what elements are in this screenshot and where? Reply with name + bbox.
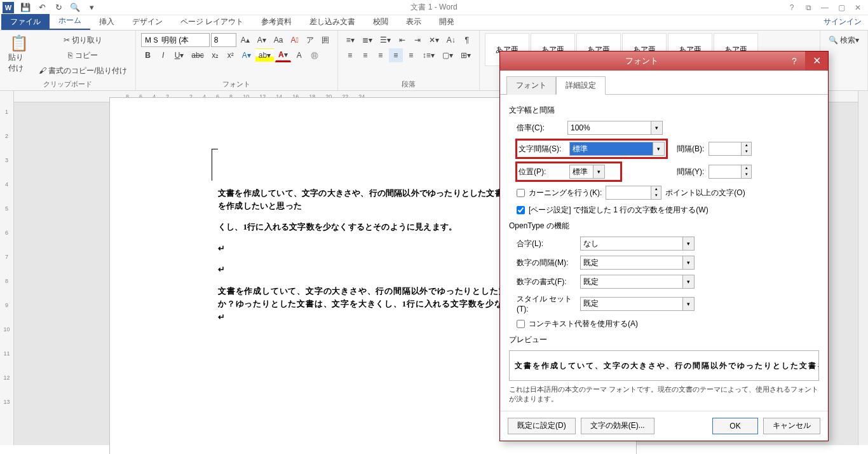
- tab-home[interactable]: ホーム: [50, 13, 90, 30]
- align-right-button[interactable]: ≡: [374, 48, 388, 62]
- tab-mailings[interactable]: 差し込み文書: [301, 14, 364, 30]
- styleset-select[interactable]: 既定▾: [580, 297, 695, 311]
- paragraph-mark: ↵: [218, 263, 510, 276]
- spacing-select[interactable]: 標準▾: [569, 142, 665, 156]
- justify-button[interactable]: ≡: [389, 48, 403, 62]
- tab-references[interactable]: 参考資料: [252, 14, 301, 30]
- dialog-help-icon[interactable]: ?: [783, 56, 805, 66]
- scale-label: 倍率(C):: [517, 123, 567, 134]
- position-select[interactable]: 標準▾: [569, 165, 605, 179]
- section-spacing-label: 文字幅と間隔: [509, 105, 819, 116]
- ribbon-tabs: ファイル ホーム 挿入 デザイン ページ レイアウト 参考資料 差し込み文書 校…: [0, 15, 868, 31]
- chevron-down-icon: ▾: [651, 121, 662, 134]
- preview-box: 文書を作成していて、文字の大きさや、行の間隔以外でゆったりとした文書を作成: [509, 350, 819, 381]
- scale-select[interactable]: 100%▾: [567, 121, 663, 135]
- ligatures-select[interactable]: なし▾: [580, 237, 695, 251]
- cancel-button[interactable]: キャンセル: [763, 418, 820, 434]
- position-label: 位置(P):: [519, 167, 569, 177]
- customize-qat-icon[interactable]: ▾: [84, 1, 99, 14]
- font-color-button[interactable]: A▾: [275, 48, 291, 62]
- show-hide-button[interactable]: ¶: [460, 33, 474, 47]
- copy-button[interactable]: ⎘ コピー: [36, 48, 130, 62]
- spacing-by-label: 間隔(B):: [677, 144, 709, 155]
- tab-page-layout[interactable]: ページ レイアウト: [172, 14, 252, 30]
- tab-view[interactable]: 表示: [397, 14, 430, 30]
- borders-button[interactable]: ⊞▾: [458, 48, 474, 62]
- dialog-tab-font[interactable]: フォント: [506, 76, 556, 95]
- clear-formatting-button[interactable]: A⃠: [287, 33, 301, 47]
- contextual-alt-checkbox[interactable]: [517, 320, 525, 328]
- bold-button[interactable]: B: [141, 48, 155, 62]
- maximize-icon[interactable]: ▢: [834, 3, 849, 12]
- dialog-titlebar[interactable]: フォント ? ✕: [500, 52, 828, 71]
- grow-font-button[interactable]: A▴: [238, 33, 253, 47]
- tab-file[interactable]: ファイル: [1, 14, 50, 30]
- help-icon[interactable]: ?: [784, 3, 799, 12]
- grid-checkbox[interactable]: [517, 206, 525, 214]
- vertical-scrollbar[interactable]: [858, 91, 868, 445]
- save-icon[interactable]: 💾: [18, 1, 33, 14]
- numbering-button[interactable]: ≣▾: [359, 33, 376, 47]
- text-effects-button[interactable]: 文字の効果(E)...: [581, 418, 654, 434]
- spacing-label: 文字間隔(S):: [519, 144, 569, 155]
- sign-in-link[interactable]: サインイン: [817, 14, 868, 30]
- group-label-clipboard: クリップボード: [5, 78, 130, 90]
- undo-icon[interactable]: ↶: [34, 1, 50, 14]
- minimize-icon[interactable]: —: [817, 3, 832, 12]
- kerning-checkbox[interactable]: [517, 189, 525, 197]
- paragraph-text: 文書を作成していて、文字の大きさや、行の間隔以外でゆったりとした文書を作成したい…: [218, 187, 510, 212]
- superscript-button[interactable]: x²: [224, 48, 238, 62]
- italic-button[interactable]: I: [156, 48, 170, 62]
- set-default-button[interactable]: 既定に設定(D): [508, 418, 576, 434]
- sort-button[interactable]: A↓: [444, 33, 459, 47]
- shrink-font-button[interactable]: A▾: [254, 33, 269, 47]
- character-shading-button[interactable]: A: [292, 48, 306, 62]
- tab-review[interactable]: 校閲: [364, 14, 397, 30]
- align-left-button[interactable]: ≡: [343, 48, 357, 62]
- tab-design[interactable]: デザイン: [123, 14, 172, 30]
- font-size-input[interactable]: 8: [211, 33, 236, 47]
- multilevel-list-button[interactable]: ☰▾: [377, 33, 394, 47]
- phonetic-guide-button[interactable]: ア: [303, 33, 317, 47]
- underline-button[interactable]: U▾: [172, 48, 187, 62]
- paste-button[interactable]: 📋 貼り付け: [5, 33, 33, 75]
- section-opentype-label: OpenType の機能: [509, 221, 819, 231]
- bullets-button[interactable]: ≡▾: [343, 33, 358, 47]
- print-preview-icon[interactable]: 🔍: [67, 1, 83, 14]
- increase-indent-button[interactable]: ⇥: [410, 33, 424, 47]
- text-effects-button[interactable]: A▾: [239, 48, 254, 62]
- font-name-input[interactable]: ＭＳ 明朝 (本: [141, 33, 210, 47]
- close-window-icon[interactable]: ✕: [850, 3, 865, 12]
- num-forms-select[interactable]: 既定▾: [580, 275, 695, 289]
- ok-button[interactable]: OK: [712, 418, 758, 434]
- format-painter-button[interactable]: 🖌 書式のコピー/貼り付け: [36, 64, 130, 78]
- align-center-button[interactable]: ≡: [358, 48, 372, 62]
- dialog-close-icon[interactable]: ✕: [805, 52, 828, 71]
- chevron-down-icon: ▾: [682, 275, 694, 288]
- kerning-points-input[interactable]: ▴▾: [606, 186, 661, 200]
- character-border-button[interactable]: ㊐: [308, 48, 322, 62]
- num-spacing-select[interactable]: 既定▾: [580, 256, 695, 270]
- subscript-button[interactable]: x₂: [208, 48, 222, 62]
- redo-icon[interactable]: ↻: [51, 1, 66, 14]
- find-button[interactable]: 🔍 検索▾: [825, 33, 862, 47]
- shading-button[interactable]: ▢▾: [439, 48, 456, 62]
- enclose-characters-button[interactable]: 囲: [318, 33, 332, 47]
- decrease-indent-button[interactable]: ⇤: [395, 33, 409, 47]
- position-by-input[interactable]: ▴▾: [709, 165, 752, 179]
- ribbon-display-icon[interactable]: ⧉: [801, 3, 816, 12]
- change-case-button[interactable]: Aa: [271, 33, 287, 47]
- vertical-ruler[interactable]: 12345678910111213: [0, 91, 14, 445]
- dialog-tab-advanced[interactable]: 詳細設定: [556, 76, 606, 95]
- kerning-label: カーニングを行う(K):: [529, 188, 602, 198]
- clipboard-icon: 📋: [10, 34, 29, 52]
- strikethrough-button[interactable]: abc: [188, 48, 207, 62]
- spacing-by-input[interactable]: ▴▾: [709, 142, 752, 156]
- tab-insert[interactable]: 挿入: [90, 14, 123, 30]
- distributed-button[interactable]: ≡: [404, 48, 418, 62]
- line-spacing-button[interactable]: ↕≡▾: [419, 48, 438, 62]
- asian-layout-button[interactable]: ✕▾: [426, 33, 442, 47]
- tab-developer[interactable]: 開発: [430, 14, 463, 30]
- cut-button[interactable]: ✂ 切り取り: [36, 33, 130, 47]
- highlight-button[interactable]: ab▾: [255, 48, 274, 62]
